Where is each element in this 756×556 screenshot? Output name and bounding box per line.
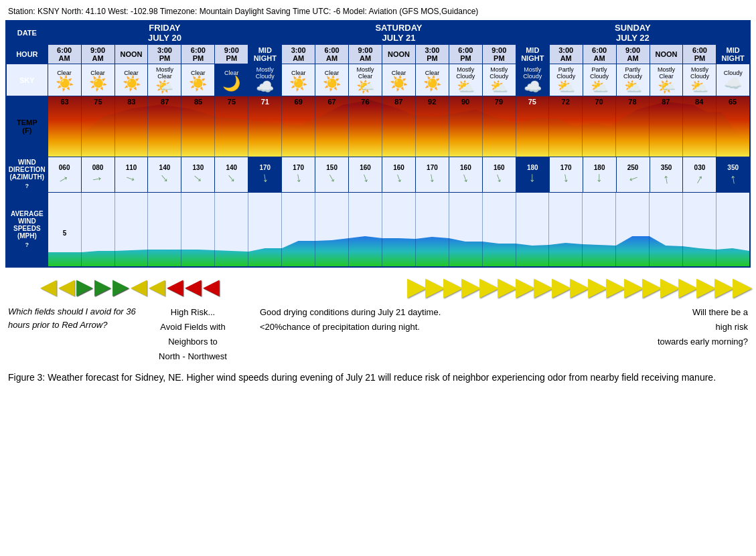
sky-15: Partly Cloudy⛅ bbox=[549, 64, 583, 96]
hour-11: 3:00PM bbox=[415, 45, 449, 64]
sky-13: Mostly Cloudy⛅ bbox=[482, 64, 516, 96]
figure-caption: Figure 3: Weather forecast for Sidney, N… bbox=[5, 371, 751, 385]
sky-12: Mostly Cloudy⛅ bbox=[449, 64, 482, 96]
sky-8: Clear☀️ bbox=[315, 64, 349, 96]
wind-dir-2: 110↑ bbox=[115, 157, 148, 193]
avoid-fields-text: Avoid Fields with bbox=[146, 320, 240, 335]
sky-row: SKY Clear☀️ Clear☀️ Clear☀️ Mostly Clear… bbox=[6, 64, 750, 96]
wind-dir-3: 140↑ bbox=[148, 157, 181, 193]
sky-16: Partly Cloudy⛅ bbox=[583, 64, 616, 96]
wind-dir-6: 170↑ bbox=[248, 157, 282, 193]
hour-17: 9:00AM bbox=[616, 45, 650, 64]
hour-2: NOON bbox=[115, 45, 148, 64]
hour-19: 6:00PM bbox=[683, 45, 716, 64]
yellow-arrow-right: ▶▶▶▶▶▶▶▶▶▶▶▶▶▶▶▶▶▶▶ bbox=[221, 272, 751, 301]
wind-dir-11: 170↑ bbox=[415, 157, 449, 193]
annotation-left: Which fields should I avoid for 36 hours… bbox=[5, 305, 139, 331]
hour-12: 6:00PM bbox=[449, 45, 482, 64]
wind-dir-4: 130↑ bbox=[181, 157, 215, 193]
sky-19: Mostly Cloudy⛅ bbox=[683, 64, 716, 96]
hour-7: 3:00AM bbox=[282, 45, 315, 64]
wind-dir-9: 160↑ bbox=[349, 157, 382, 193]
hour-8: 6:00AM bbox=[315, 45, 349, 64]
wind-dir-8: 150↑ bbox=[315, 157, 349, 193]
arrow-row: ◀ ◀ ▶ ▶ ▶ ◀ ◀ ◀ ◀ ◀ ▶▶▶▶▶▶▶▶▶▶▶▶▶▶▶▶▶▶▶ bbox=[40, 272, 751, 301]
precip-text: <20%chance of precipitation during night… bbox=[260, 320, 630, 335]
yellow-arrow-4: ◀ bbox=[149, 274, 165, 299]
wind-dir-17: 250↑ bbox=[616, 157, 650, 193]
wind-dir-7: 170↑ bbox=[282, 157, 315, 193]
sky-20: Cloudy☁️ bbox=[716, 64, 750, 96]
date-saturday: SATURDAYJULY 21 bbox=[282, 21, 516, 45]
wind-dir-14: 180↑ bbox=[516, 157, 549, 193]
annotations: Which fields should I avoid for 36 hours… bbox=[5, 305, 751, 364]
wind-dir-12: 160↑ bbox=[449, 157, 482, 193]
wind-speed-row: AVERAGEWINDSPEEDS(MPH)? bbox=[6, 193, 750, 268]
hour-14: MIDNIGHT bbox=[516, 45, 549, 64]
hour-9: 9:00AM bbox=[349, 45, 382, 64]
hour-20: MIDNIGHT bbox=[716, 45, 750, 64]
green-arrow-1: ▶ bbox=[76, 274, 93, 299]
yellow-arrow-3: ◀ bbox=[131, 274, 147, 299]
sky-7: Clear☀️ bbox=[282, 64, 315, 96]
hour-5: 9:00PM bbox=[215, 45, 248, 64]
hour-0: 6:00AM bbox=[48, 45, 81, 64]
will-there-text: Will there be a bbox=[644, 305, 748, 320]
neighbors-text: Neighbors to bbox=[146, 335, 240, 349]
annotation-middle: Good drying conditions during July 21 da… bbox=[246, 305, 644, 335]
wind-dir-20: 350↑ bbox=[716, 157, 750, 193]
avoid-text: Which fields should I avoid for 36 hours… bbox=[8, 305, 139, 331]
sky-4: Clear☀️ bbox=[181, 64, 215, 96]
wind-dir-16: 180↑ bbox=[583, 157, 616, 193]
date-label: DATE bbox=[6, 21, 48, 45]
wind-dir-5: 140↑ bbox=[215, 157, 248, 193]
hour-13: 9:00PM bbox=[482, 45, 516, 64]
yellow-arrow-1: ◀ bbox=[40, 274, 57, 299]
wind-dir-18: 350↑ bbox=[650, 157, 683, 193]
sky-3: Mostly Clear🌤️ bbox=[148, 64, 181, 96]
hour-18: NOON bbox=[650, 45, 683, 64]
date-sunday: SUNDAYJULY 22 bbox=[516, 21, 750, 45]
sky-14: Mostly Cloudy☁️ bbox=[516, 64, 549, 96]
sky-1: Clear☀️ bbox=[81, 64, 115, 96]
date-friday: FRIDAYJULY 20 bbox=[48, 21, 282, 45]
sky-9: Mostly Clear🌤️ bbox=[349, 64, 382, 96]
sky-11: Clear☀️ bbox=[415, 64, 449, 96]
temp-row: TEMP(F) bbox=[6, 96, 750, 157]
sky-label: SKY bbox=[6, 64, 48, 96]
direction-text: North - Northwest bbox=[146, 349, 240, 364]
hour-1: 9:00AM bbox=[81, 45, 115, 64]
hour-3: 3:00PM bbox=[148, 45, 181, 64]
wind-dir-13: 160↑ bbox=[482, 157, 516, 193]
wind-dir-0: 060↑ bbox=[48, 157, 81, 193]
sky-10: Clear☀️ bbox=[382, 64, 416, 96]
annotation-center: High Risk... Avoid Fields with Neighbors… bbox=[139, 305, 246, 364]
temp-label: TEMP(F) bbox=[6, 96, 48, 157]
wind-dir-10: 160↑ bbox=[382, 157, 416, 193]
high-risk-right-text: high risk bbox=[644, 320, 748, 335]
hour-10: NOON bbox=[382, 45, 416, 64]
sky-2: Clear☀️ bbox=[115, 64, 148, 96]
good-drying-text: Good drying conditions during July 21 da… bbox=[260, 305, 630, 320]
red-arrow-1: ◀ bbox=[167, 274, 183, 299]
red-arrow-2: ◀ bbox=[185, 274, 202, 299]
sky-0: Clear☀️ bbox=[48, 64, 81, 96]
hour-label: HOUR bbox=[6, 45, 48, 64]
wind-dir-19: 030↑ bbox=[683, 157, 716, 193]
hour-15: 3:00AM bbox=[549, 45, 583, 64]
green-arrow-2: ▶ bbox=[94, 274, 111, 299]
sky-5: Clear🌙 bbox=[215, 64, 248, 96]
sky-6: Mostly Cloudy☁️ bbox=[248, 64, 282, 96]
annotation-right: Will there be a high risk towards early … bbox=[644, 305, 751, 349]
weather-table: DATE FRIDAYJULY 20 SATURDAYJULY 21 SUNDA… bbox=[5, 20, 751, 268]
high-risk-text: High Risk... bbox=[146, 305, 240, 320]
date-row: DATE FRIDAYJULY 20 SATURDAYJULY 21 SUNDA… bbox=[6, 21, 750, 45]
hour-16: 6:00AM bbox=[583, 45, 616, 64]
sky-17: Partly Cloudy⛅ bbox=[616, 64, 650, 96]
wind-dir-1: 080↑ bbox=[81, 157, 115, 193]
wind-dir-15: 170↑ bbox=[549, 157, 583, 193]
early-morning-text: towards early morning? bbox=[644, 335, 748, 349]
red-arrow-3: ◀ bbox=[203, 274, 220, 299]
station-bar: Station: KSNY North: 41.10 West: -102.98… bbox=[5, 5, 751, 17]
wind-speed-label: AVERAGEWINDSPEEDS(MPH)? bbox=[6, 193, 48, 268]
